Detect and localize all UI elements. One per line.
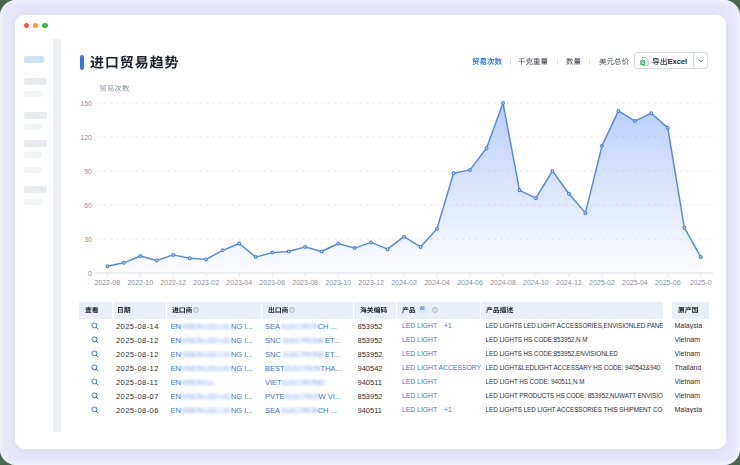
svg-text:2023-10: 2023-10: [325, 279, 351, 286]
svg-text:2022-08: 2022-08: [94, 279, 120, 286]
svg-text:30: 30: [84, 236, 92, 243]
svg-text:120: 120: [80, 134, 92, 141]
svg-text:2025-06: 2025-06: [655, 279, 681, 286]
svg-text:2023-04: 2023-04: [226, 279, 252, 286]
svg-text:2024-06: 2024-06: [457, 279, 483, 286]
svg-text:0: 0: [88, 270, 92, 277]
svg-text:2023-06: 2023-06: [259, 279, 285, 286]
svg-text:150: 150: [80, 100, 92, 107]
svg-text:2022-12: 2022-12: [160, 279, 186, 286]
svg-text:60: 60: [84, 202, 92, 209]
svg-text:2025-04: 2025-04: [622, 279, 648, 286]
svg-text:2024-10: 2024-10: [523, 279, 549, 286]
svg-text:90: 90: [84, 168, 92, 175]
svg-text:2024-12: 2024-12: [556, 279, 582, 286]
svg-text:2022-10: 2022-10: [127, 279, 153, 286]
svg-text:2023-02: 2023-02: [193, 279, 219, 286]
svg-text:2023-12: 2023-12: [358, 279, 384, 286]
svg-text:2024-08: 2024-08: [490, 279, 516, 286]
svg-text:2025-02: 2025-02: [589, 279, 615, 286]
svg-text:2023-08: 2023-08: [292, 279, 318, 286]
svg-text:2024-02: 2024-02: [391, 279, 417, 286]
svg-text:2024-04: 2024-04: [424, 279, 450, 286]
svg-text:2025-0: 2025-0: [690, 279, 712, 286]
